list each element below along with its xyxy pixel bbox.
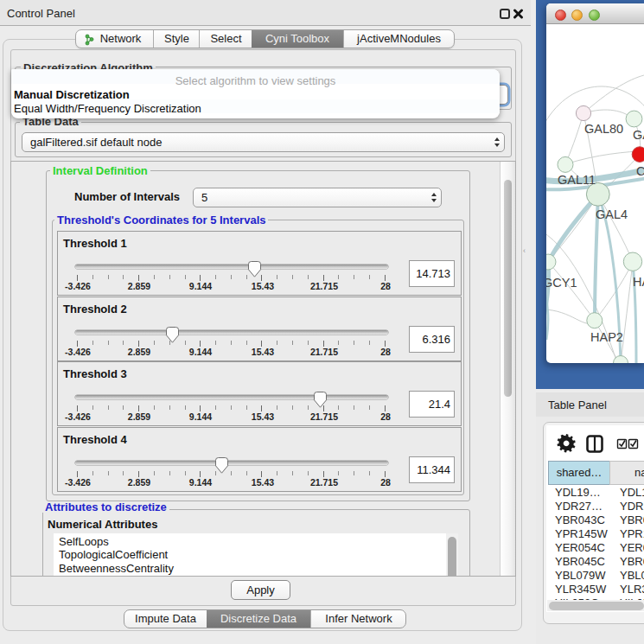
svg-text:HAP2: HAP2 — [590, 330, 623, 344]
svg-text:HA: HA — [633, 275, 644, 289]
svg-text:CD: CD — [636, 164, 644, 178]
svg-text:GAL80: GAL80 — [584, 122, 623, 136]
svg-text:GAL11: GAL11 — [558, 173, 596, 187]
svg-text:GAL4: GAL4 — [596, 207, 628, 221]
svg-text:GCY1: GCY1 — [546, 276, 577, 290]
svg-text:GA: GA — [633, 128, 644, 142]
